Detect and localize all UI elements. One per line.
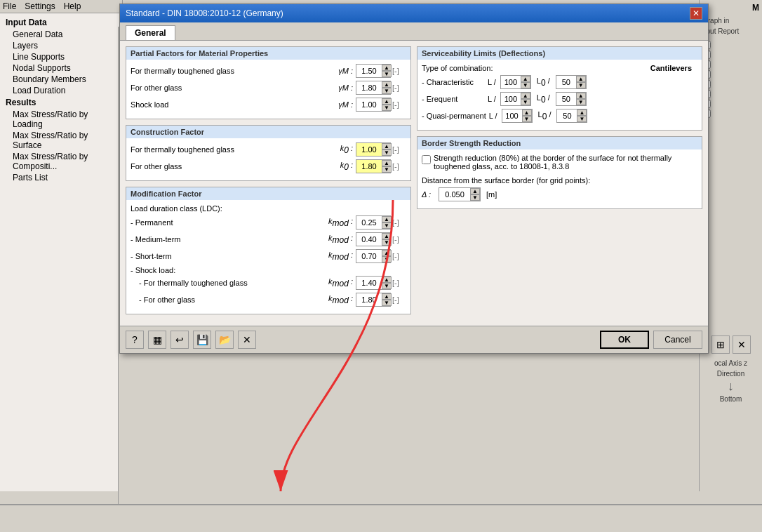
pf-down-2[interactable]: ▼	[382, 105, 392, 111]
serv-lspin-2[interactable]: ▲▼	[502, 109, 533, 123]
bs-delta-spin[interactable]: ▲▼	[439, 187, 481, 201]
dialog-cancel-button[interactable]: Cancel	[653, 331, 702, 349]
cf-up-1[interactable]: ▲	[382, 160, 392, 166]
mf-down-0[interactable]: ▼	[382, 222, 392, 229]
cb-row-4	[702, 70, 759, 79]
tree-load-duration[interactable]: Load Duration	[0, 85, 122, 96]
mf-shock-value-0[interactable]	[356, 277, 382, 289]
tab-general[interactable]: General	[126, 25, 175, 40]
menu-help[interactable]: Help	[64, 1, 81, 11]
footer-icon-table[interactable]: ▦	[148, 331, 166, 349]
cf-spin-1[interactable]: ▲▼	[356, 159, 391, 173]
serv-lspin-1[interactable]: ▲▼	[500, 92, 531, 106]
right-icon-2[interactable]: ✕	[733, 335, 751, 354]
serv-lup-0[interactable]: ▲	[521, 76, 530, 82]
pf-down-1[interactable]: ▼	[382, 88, 392, 94]
serv-cspin-1[interactable]: ▲▼	[556, 92, 587, 106]
pf-up-1[interactable]: ▲	[382, 81, 392, 88]
serv-cval-2[interactable]	[557, 109, 577, 122]
border-strength-section: Border Strength Reduction Strength reduc…	[417, 136, 702, 209]
pf-value-1[interactable]	[356, 81, 382, 94]
mf-up-0[interactable]: ▲	[382, 216, 392, 222]
serv-lval-1[interactable]	[501, 93, 521, 105]
mf-spin-1[interactable]: ▲▼	[356, 232, 391, 246]
partial-factors-content: For thermally toughened glass γM : ▲ ▼	[126, 60, 410, 119]
cf-down-0[interactable]: ▼	[382, 149, 392, 156]
mf-down-2[interactable]: ▼	[382, 256, 392, 262]
cf-value-1[interactable]	[356, 160, 382, 173]
menu-settings[interactable]: Settings	[25, 1, 55, 11]
pf-value-2[interactable]	[356, 98, 382, 111]
mf-shock-spin-1[interactable]: ▲▼	[356, 293, 391, 307]
serv-label-0: - Characteristic	[422, 78, 485, 86]
tree-max-stress-surface[interactable]: Max Stress/Ratio by Surface	[0, 130, 122, 151]
bottom-label: Bottom	[702, 394, 759, 404]
mf-down-1[interactable]: ▼	[382, 239, 392, 246]
pf-up-0[interactable]: ▲	[382, 65, 392, 71]
mf-shock-down-1[interactable]: ▼	[382, 300, 392, 306]
mf-value-2[interactable]	[356, 250, 382, 262]
pf-down-0[interactable]: ▼	[382, 71, 392, 77]
tree-line-supports[interactable]: Line Supports	[0, 51, 122, 62]
footer-icon-delete[interactable]: ✕	[238, 331, 256, 349]
serv-lval-2[interactable]	[502, 109, 522, 122]
menu-file[interactable]: File	[3, 1, 16, 11]
cf-value-0[interactable]	[356, 143, 382, 156]
tree-max-stress-loading[interactable]: Max Stress/Ratio by Loading	[0, 109, 122, 130]
serv-cup-2[interactable]: ▲	[577, 109, 587, 116]
serv-lup-1[interactable]: ▲	[521, 93, 530, 99]
serv-cval-0[interactable]	[556, 76, 576, 88]
close-button[interactable]: ✕	[690, 7, 702, 20]
cf-down-1[interactable]: ▼	[382, 166, 392, 173]
serv-cval-1[interactable]	[556, 93, 576, 105]
tree-general-data[interactable]: General Data	[0, 29, 122, 40]
serv-cspin-0[interactable]: ▲▼	[556, 75, 587, 89]
serv-ldown-0[interactable]: ▼	[521, 82, 530, 88]
serv-cdown-0[interactable]: ▼	[576, 82, 586, 88]
tree-max-stress-compositi[interactable]: Max Stress/Ratio by Compositi...	[0, 151, 122, 172]
serv-ldown-1[interactable]: ▼	[521, 99, 530, 105]
tree-layers[interactable]: Layers	[0, 40, 122, 51]
pf-value-0[interactable]	[356, 65, 382, 77]
footer-icon-save[interactable]: 💾	[193, 331, 211, 349]
mf-value-1[interactable]	[356, 233, 382, 246]
pf-spin-1[interactable]: ▲▼	[356, 81, 391, 95]
bs-delta-value[interactable]	[439, 188, 470, 201]
serv-cup-0[interactable]: ▲	[576, 76, 586, 82]
pf-spin-0[interactable]: ▲ ▼	[356, 64, 391, 78]
serv-cdown-2[interactable]: ▼	[577, 116, 587, 122]
serv-lup-2[interactable]: ▲	[522, 109, 532, 116]
footer-icon-load[interactable]: 📂	[215, 331, 234, 349]
tree-parts-list[interactable]: Parts List	[0, 172, 122, 183]
serv-lspin-0[interactable]: ▲▼	[500, 75, 531, 89]
footer-icon-help[interactable]: ?	[126, 331, 144, 349]
pf-up-2[interactable]: ▲	[382, 98, 392, 105]
mf-shock-down-0[interactable]: ▼	[382, 283, 392, 289]
dialog-ok-button[interactable]: OK	[600, 331, 649, 349]
serv-lval-0[interactable]	[501, 76, 521, 88]
tree-nodal-supports[interactable]: Nodal Supports	[0, 62, 122, 74]
mf-shock-up-1[interactable]: ▲	[382, 293, 392, 300]
serv-cdown-1[interactable]: ▼	[576, 99, 586, 105]
border-strength-content: Strength reduction (80%) at the border o…	[417, 149, 702, 208]
mf-up-2[interactable]: ▲	[382, 250, 392, 256]
tree-boundary-members[interactable]: Boundary Members	[0, 74, 122, 85]
cf-up-0[interactable]: ▲	[382, 143, 392, 149]
mf-shock-up-0[interactable]: ▲	[382, 277, 392, 283]
serv-cspin-2[interactable]: ▲▼	[556, 109, 587, 123]
mf-spin-0[interactable]: ▲▼	[356, 215, 391, 230]
mf-spin-2[interactable]: ▲▼	[356, 249, 391, 263]
serv-ldown-2[interactable]: ▼	[522, 116, 532, 122]
bs-delta-up[interactable]: ▲	[470, 188, 480, 194]
footer-icon-undo[interactable]: ↩	[171, 331, 189, 349]
mf-value-0[interactable]	[356, 216, 382, 229]
mf-shock-spin-0[interactable]: ▲▼	[356, 276, 391, 290]
pf-spin-2[interactable]: ▲▼	[356, 98, 391, 112]
mf-up-1[interactable]: ▲	[382, 233, 392, 239]
bs-delta-down[interactable]: ▼	[470, 194, 480, 201]
bs-checkbox[interactable]	[422, 155, 431, 164]
right-icon-1[interactable]: ⊞	[711, 335, 730, 354]
cf-spin-0[interactable]: ▲▼	[356, 142, 391, 157]
mf-shock-value-1[interactable]	[356, 293, 382, 306]
serv-cup-1[interactable]: ▲	[576, 93, 586, 99]
